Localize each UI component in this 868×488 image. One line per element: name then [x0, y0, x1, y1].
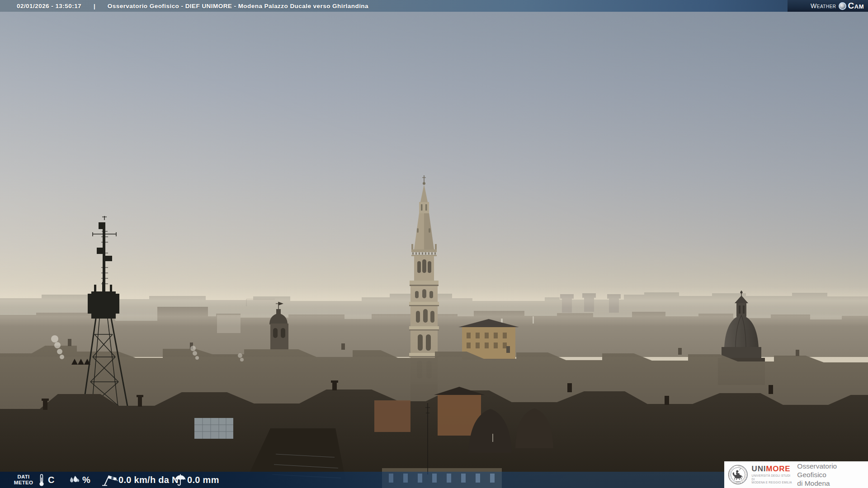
timestamp: 02/01/2026 - 13:50:17	[17, 3, 81, 9]
umbrella-icon	[175, 474, 186, 486]
meteo-label-line2: METEO	[9, 480, 38, 486]
unimore-wordmark: UNIMORE UNIVERSITÀ DEGLI STUDI DI MODENA…	[752, 465, 793, 484]
weathercam-logo[interactable]: Weather Cam	[788, 0, 868, 12]
unimore-more-text: MORE	[766, 465, 790, 473]
rain-value: 0.0 mm	[187, 475, 219, 485]
unimore-subtitle-line1: UNIVERSITÀ DEGLI STUDI DI	[752, 474, 793, 481]
humidity-value: %	[82, 475, 90, 485]
observatory-name: Osservatorio Geofisico di Modena	[797, 462, 864, 488]
observatory-name-line1: Osservatorio Geofisico	[797, 462, 864, 479]
observatory-name-line2: di Modena	[797, 479, 864, 488]
windsock-icon	[101, 474, 118, 486]
unimore-uni-text: UNI	[752, 465, 766, 473]
unimore-seal-icon: UNIVERSITAS STUDIORUM MUTINENSIS ET REGI…	[728, 464, 748, 485]
wind-value: 0.0 km/h da N	[118, 475, 179, 485]
meteo-label: DATI METEO	[9, 474, 38, 486]
humidity-placeholder: _	[92, 481, 96, 488]
unimore-subtitle-line2: MODENA E REGGIO EMILIA	[752, 481, 793, 484]
weathercam-weather-label: Weather	[811, 2, 836, 9]
meteo-label-line1: DATI	[9, 474, 38, 480]
weathercam-cam-label: Cam	[848, 1, 864, 11]
webcam-photo	[0, 0, 868, 488]
weathercam-lens-icon	[839, 2, 846, 10]
header-bar: 02/01/2026 - 13:50:17 | Osservatorio Geo…	[0, 0, 868, 12]
webcam-page: 02/01/2026 - 13:50:17 | Osservatorio Geo…	[0, 0, 868, 488]
seal-year: 1175	[736, 481, 740, 483]
thermometer-icon	[38, 474, 45, 486]
water-drops-icon	[68, 474, 80, 485]
header-separator: |	[94, 3, 95, 9]
temperature-value: C	[48, 475, 55, 485]
unimore-branding-box[interactable]: UNIVERSITAS STUDIORUM MUTINENSIS ET REGI…	[724, 461, 868, 488]
page-title: Osservatorio Geofisico - DIEF UNIMORE - …	[108, 3, 368, 9]
